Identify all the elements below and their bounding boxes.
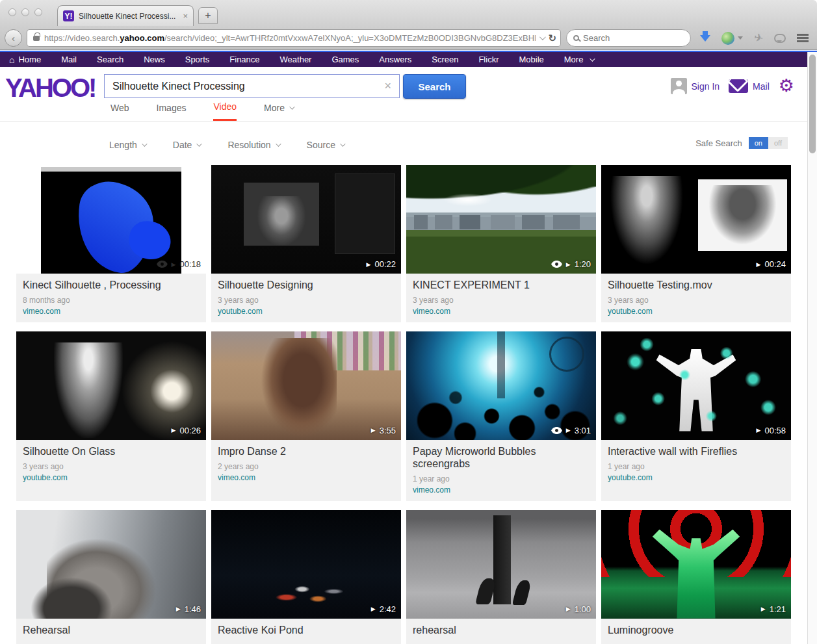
video-thumbnail[interactable]: ▶00:26: [16, 331, 206, 440]
topnav-item-games[interactable]: Games: [331, 55, 359, 64]
video-title[interactable]: Silhouette Testing.mov: [608, 279, 785, 292]
topnav-item-finance[interactable]: Finance: [229, 55, 259, 64]
video-title[interactable]: Interactive wall with Fireflies: [608, 446, 785, 458]
topnav-item-answers[interactable]: Answers: [379, 55, 411, 64]
video-thumbnail[interactable]: ▶1:46: [16, 510, 206, 619]
filter-source[interactable]: Source: [307, 140, 344, 150]
video-result-card[interactable]: ▶00:26Silhouette On Glass3 years agoyout…: [16, 331, 206, 501]
video-title[interactable]: Luminogroove: [608, 625, 785, 637]
video-source-link[interactable]: vimeo.com: [218, 473, 395, 482]
video-title[interactable]: Papay Microworld Bubbles screengrabs: [413, 446, 590, 470]
url-bar[interactable]: https://video.search.yahoo.com/search/vi…: [27, 29, 561, 47]
video-title[interactable]: Silhouette Designing: [218, 279, 395, 292]
window-zoom-button[interactable]: [34, 8, 42, 16]
globe-dropdown-icon[interactable]: [738, 36, 743, 40]
topnav-item-flickr[interactable]: Flickr: [478, 55, 499, 64]
yahoo-search-box[interactable]: ×: [104, 74, 400, 98]
video-title[interactable]: Silhouette On Glass: [23, 446, 200, 458]
filter-length[interactable]: Length: [109, 140, 146, 150]
reload-button[interactable]: ↻: [548, 32, 556, 44]
share-plane-icon[interactable]: ✈: [753, 31, 764, 46]
video-thumbnail[interactable]: ▶3:01: [406, 331, 596, 440]
video-source-link[interactable]: vimeo.com: [23, 307, 200, 316]
video-thumbnail[interactable]: ▶00:24: [601, 165, 791, 274]
menu-hamburger-icon[interactable]: [797, 34, 809, 42]
video-thumbnail[interactable]: ▶00:58: [601, 331, 791, 440]
search-button[interactable]: Search: [403, 74, 466, 99]
video-result-card[interactable]: ▶00:18Kinect Silhouette , Processing8 mo…: [16, 165, 206, 322]
sign-in[interactable]: Sign In: [671, 78, 720, 94]
video-thumbnail[interactable]: ▶2:42: [211, 510, 401, 619]
topnav-item-sports[interactable]: Sports: [185, 55, 210, 64]
tab-more[interactable]: More: [264, 101, 293, 121]
topnav-item-screen[interactable]: Screen: [432, 55, 458, 64]
tab-web[interactable]: Web: [110, 101, 129, 121]
topnav-item-more[interactable]: More: [564, 55, 594, 64]
video-result-card[interactable]: ▶3:01Papay Microworld Bubbles screengrab…: [406, 331, 596, 501]
video-result-card[interactable]: ▶00:22Silhouette Designing3 years agoyou…: [211, 165, 401, 322]
video-source-link[interactable]: youtube.com: [23, 473, 200, 482]
topnav-item-weather[interactable]: Weather: [280, 55, 312, 64]
yahoo-search-input[interactable]: [105, 81, 376, 92]
video-title[interactable]: Impro Danse 2: [218, 446, 395, 458]
topnav-item-search[interactable]: Search: [97, 55, 123, 64]
video-result-card[interactable]: ▶00:24Silhouette Testing.mov3 years agoy…: [601, 165, 791, 322]
clear-search-icon[interactable]: ×: [376, 79, 399, 93]
filter-date[interactable]: Date: [173, 140, 201, 150]
topnav-item-mail[interactable]: Mail: [61, 55, 77, 64]
topnav-item-label: Screen: [432, 55, 458, 64]
video-thumbnail[interactable]: ▶00:22: [211, 165, 401, 274]
url-history-dropdown-icon[interactable]: [539, 34, 546, 40]
page-scrollbar[interactable]: [807, 52, 817, 644]
topnav-item-mobile[interactable]: Mobile: [519, 55, 543, 64]
video-title[interactable]: rehearsal: [413, 625, 590, 637]
video-result-card[interactable]: ▶1:21Luminogroove: [601, 510, 791, 644]
video-title[interactable]: KINECT EXPERIMENT 1: [413, 279, 590, 292]
video-source-link[interactable]: vimeo.com: [413, 485, 590, 495]
video-thumbnail[interactable]: ▶3:55: [211, 331, 401, 440]
filter-label: Source: [307, 140, 335, 150]
mail-link[interactable]: Mail: [729, 79, 770, 93]
video-title[interactable]: Kinect Silhouette , Processing: [23, 279, 200, 292]
gear-icon[interactable]: ⚙: [779, 77, 794, 95]
browser-search-field[interactable]: [566, 29, 691, 47]
video-thumbnail[interactable]: ▶00:18: [16, 165, 206, 274]
video-source-link[interactable]: youtube.com: [608, 307, 785, 316]
safe-search-on-button[interactable]: on: [749, 137, 768, 149]
video-title[interactable]: Reactive Koi Pond: [218, 625, 395, 637]
video-title[interactable]: Rehearsal: [23, 625, 200, 637]
window-minimize-button[interactable]: [21, 8, 29, 16]
video-thumbnail[interactable]: ▶1:20: [406, 165, 596, 274]
window-close-button[interactable]: [8, 8, 16, 16]
window-controls[interactable]: [8, 8, 42, 16]
video-source-link[interactable]: youtube.com: [608, 473, 785, 482]
browser-tab[interactable]: Y! Silhouette Kinect Processi... ×: [57, 5, 194, 26]
video-result-card[interactable]: ▶3:55Impro Danse 22 years agovimeo.com: [211, 331, 401, 501]
video-result-card[interactable]: ▶1:46Rehearsal: [16, 510, 206, 644]
video-result-card[interactable]: ▶2:42Reactive Koi Pond: [211, 510, 401, 644]
video-source-link[interactable]: youtube.com: [218, 307, 395, 316]
video-thumbnail[interactable]: ▶1:21: [601, 510, 791, 619]
safe-search-off-button[interactable]: off: [768, 137, 788, 149]
video-info: Papay Microworld Bubbles screengrabs1 ye…: [406, 440, 596, 501]
video-result-card[interactable]: ▶1:20KINECT EXPERIMENT 13 years agovimeo…: [406, 165, 596, 322]
app-globe-icon[interactable]: [721, 32, 734, 45]
downloads-icon[interactable]: [700, 35, 710, 42]
video-source-link[interactable]: vimeo.com: [413, 307, 590, 316]
back-button[interactable]: ‹: [5, 29, 22, 47]
topnav-item-home[interactable]: ⌂Home: [9, 55, 41, 65]
topnav-item-news[interactable]: News: [144, 55, 165, 64]
video-thumbnail[interactable]: ▶1:00: [406, 510, 596, 619]
sign-in-label: Sign In: [692, 81, 720, 92]
yahoo-logo[interactable]: YAHOO!: [5, 73, 95, 103]
scrollbar-thumb[interactable]: [809, 55, 816, 153]
video-result-card[interactable]: ▶1:00rehearsal: [406, 510, 596, 644]
tab-close-icon[interactable]: ×: [183, 11, 188, 21]
new-tab-button[interactable]: +: [198, 7, 218, 24]
tab-video[interactable]: Video: [213, 101, 237, 121]
chat-bubble-icon[interactable]: [774, 34, 786, 43]
video-result-card[interactable]: ▶00:58Interactive wall with Fireflies1 y…: [601, 331, 791, 501]
tab-images[interactable]: Images: [157, 101, 187, 121]
browser-search-input[interactable]: [583, 33, 684, 43]
filter-resolution[interactable]: Resolution: [227, 140, 279, 150]
